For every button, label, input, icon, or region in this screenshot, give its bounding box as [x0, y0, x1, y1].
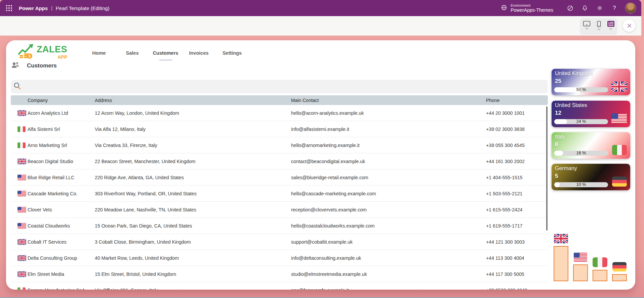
zales-app-logo: $ ZALES APP	[17, 43, 67, 61]
cell-phone: +1 503-555-2121	[486, 191, 522, 196]
country-bar-chart	[552, 228, 635, 283]
cell-company: Cascade Marketing Co.	[28, 191, 77, 196]
cell-phone: +44 20 3000 1001	[486, 110, 525, 116]
cell-contact: hello@acorn-analytics.example.uk	[291, 110, 364, 116]
cell-contact: hello@coastalcloudworks.example.com	[291, 223, 375, 229]
close-preview-button[interactable]	[623, 19, 636, 32]
customer-row[interactable]: Blue Ridge Retail LLC220 Ridge Ave, Atla…	[11, 169, 548, 186]
cell-phone: +1 619-555-1717	[486, 223, 522, 229]
waffle-icon[interactable]	[6, 5, 12, 11]
cell-address: 12 Acorn Way, London, United Kingdom	[95, 110, 179, 116]
customer-row[interactable]: Ferrara Manufacturing SpAVia Officine 90…	[11, 282, 548, 290]
nav-tab-invoices[interactable]: Invoices	[182, 48, 215, 58]
copilot-icon[interactable]	[563, 0, 577, 16]
flag-uk-icon	[17, 239, 26, 245]
cell-contact: sales@blueridge-retail.example.com	[291, 175, 368, 180]
settings-gear-icon[interactable]	[592, 0, 607, 16]
search-box[interactable]	[11, 80, 548, 93]
nav-tab-label: Invoices	[189, 50, 208, 56]
cell-contact: ops@ferraramfg.example.it	[291, 288, 349, 290]
search-input[interactable]	[22, 80, 548, 94]
cell-contact: info@alfasistemi.example.it	[291, 127, 349, 132]
customer-row[interactable]: Beacon Digital Studio22 Beacon Street, M…	[11, 153, 548, 169]
customer-row[interactable]: Elm Street Media15 Elm Street, Bristol, …	[11, 266, 548, 282]
cell-company: Coastal Cloudworks	[28, 223, 70, 229]
nav-tab-settings[interactable]: Settings	[215, 48, 249, 58]
country-card-count: 25	[555, 78, 561, 85]
cell-address: 22 Beacon Street, Manchester, United Kin…	[95, 159, 196, 164]
customer-row[interactable]: Coastal Cloudworks15 Ocean Park, San Die…	[11, 218, 548, 234]
phone-preview-button[interactable]	[597, 21, 601, 30]
avatar[interactable]	[625, 3, 636, 13]
chart-bar-united-states	[573, 264, 588, 281]
country-card-united-kingdom[interactable]: United Kingdom2550 %	[552, 69, 630, 95]
device-preview-toolbar	[580, 18, 617, 35]
cell-phone: +39 02 3000 3838	[486, 127, 525, 132]
cell-phone: +44 117 300 5005	[486, 271, 524, 277]
chevron-down-icon	[585, 28, 589, 30]
product-name[interactable]: Power Apps	[19, 5, 48, 11]
flag-us-icon	[574, 253, 587, 262]
customer-row[interactable]: Arno Marketing SrlVia Creativa 33, Firen…	[11, 137, 548, 153]
table-header: Company Address Main Contact Phone	[11, 95, 548, 105]
cell-phone: +44 113 300 4004	[486, 255, 524, 261]
customer-row[interactable]: Acorn Analytics Ltd12 Acorn Way, London,…	[11, 105, 548, 121]
country-card-germany[interactable]: Germany510 %	[552, 164, 630, 190]
logo-suffix: APP	[57, 55, 67, 59]
cell-address: 303 Riverfront Way, Portland, OR, United…	[95, 191, 197, 196]
cell-contact: support@cobaltit.example.uk	[291, 239, 353, 245]
page-title: Customers	[27, 62, 57, 69]
cell-contact: reception@clovervets.example.com	[291, 207, 367, 212]
country-card-title: United Kingdom	[555, 70, 593, 77]
country-card-count: 8	[555, 141, 558, 148]
app-nav: HomeSalesCustomersInvoicesSettings	[82, 48, 249, 58]
country-card-title: Germany	[555, 165, 577, 171]
cell-company: Delta Consulting Group	[28, 255, 77, 261]
cell-phone: +39 055 300 4545	[486, 143, 525, 148]
close-icon	[626, 22, 633, 29]
gallery-scrollbar[interactable]	[546, 106, 548, 231]
flag-it-icon	[17, 287, 26, 290]
form-view-button-selected[interactable]	[607, 21, 614, 30]
nav-tab-label: Settings	[223, 50, 242, 56]
cell-address: Via Creativa 33, Firenze, Italy	[95, 143, 157, 148]
cell-address: 220 Meadow Lane, Nashville, TN, United S…	[95, 207, 196, 212]
flag-uk-icon	[17, 255, 26, 261]
customer-row[interactable]: Alfa Sistemi SrlVia Alfa 12, Milano, Ita…	[11, 121, 548, 137]
country-progress-bar: 50 %	[554, 87, 608, 92]
chart-bar-united-kingdom	[554, 246, 568, 281]
chevron-down-icon	[609, 28, 612, 30]
cell-contact: hello@cascade-marketing.example.com	[291, 191, 376, 196]
customers-table: Acorn Analytics Ltd12 Acorn Way, London,…	[11, 105, 548, 290]
customer-row[interactable]: Cascade Marketing Co.303 Riverfront Way,…	[11, 186, 548, 202]
cell-address: 220 Ridge Ave, Atlanta, GA, United State…	[95, 175, 184, 180]
environment-picker[interactable]: Environment PowerApps-Themes	[500, 3, 553, 13]
notifications-bell-icon[interactable]	[577, 0, 592, 16]
country-card-count: 5	[555, 173, 558, 180]
tablet-preview-button[interactable]	[583, 21, 591, 30]
cell-company: Beacon Digital Studio	[28, 159, 73, 164]
customer-row[interactable]: Cobalt IT Services3 Cobalt Close, Birmin…	[11, 234, 548, 250]
environment-globe-icon	[500, 4, 508, 12]
cell-company: Ferrara Manufacturing SpA	[28, 288, 85, 290]
customer-row[interactable]: Delta Consulting Group40 Market Row, Lee…	[11, 250, 548, 266]
cell-contact: studio@elmstreetmedia.example.uk	[291, 271, 367, 277]
customer-row[interactable]: Clover Vets220 Meadow Lane, Nashville, T…	[11, 202, 548, 218]
cell-phone: +1 615-555-2424	[486, 207, 522, 212]
country-card-united-states[interactable]: United States1224 %	[552, 101, 630, 127]
country-progress-label: 24 %	[554, 119, 608, 124]
nav-tab-sales[interactable]: Sales	[116, 48, 149, 58]
cell-contact: info@deltaconsulting.example.uk	[291, 255, 361, 261]
country-progress-bar: 16 %	[554, 151, 608, 156]
help-icon[interactable]: ?	[607, 0, 622, 16]
search-icon	[13, 82, 22, 92]
nav-tab-customers[interactable]: Customers	[149, 48, 182, 58]
customers-people-icon	[11, 61, 21, 70]
chevron-down-icon	[597, 28, 601, 30]
country-card-italy[interactable]: Italy816 %	[552, 132, 630, 159]
country-card-title: Italy	[555, 134, 565, 140]
cell-address: 3 Cobalt Close, Birmingham, United Kingd…	[95, 239, 191, 245]
nav-tab-home[interactable]: Home	[82, 48, 116, 58]
flag-us-icon	[17, 175, 26, 180]
power-apps-top-bar: Power Apps | Pearl Template (Editing) En…	[0, 0, 641, 16]
